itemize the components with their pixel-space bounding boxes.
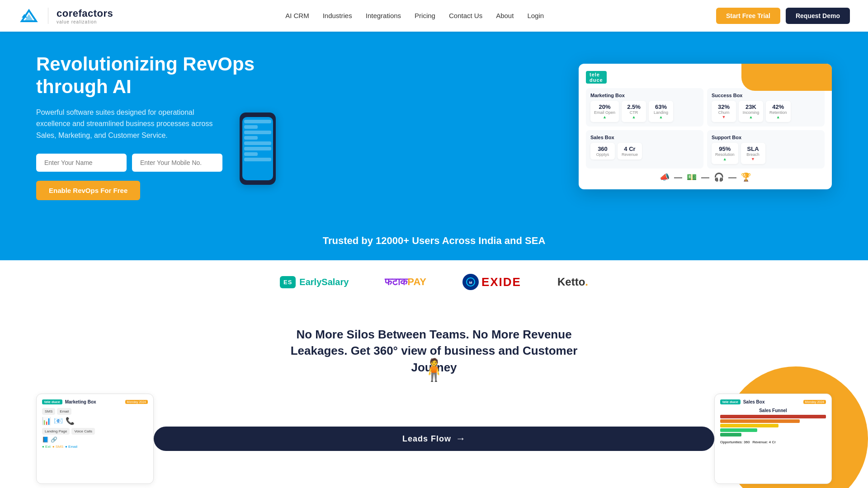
funnel-bar-5 xyxy=(720,433,741,436)
mini-date-badge: Monday 2024 xyxy=(125,400,148,404)
early-salary-text: EarlySalary xyxy=(299,277,349,287)
early-salary-logo: ES EarlySalary xyxy=(280,276,349,288)
hero-dashboard: teleduce Integrated CRM Marketing Box 20… xyxy=(579,64,832,189)
name-input[interactable] xyxy=(36,154,127,172)
nav-item-industries[interactable]: Industries xyxy=(323,12,352,20)
metric-value-incoming: 23K xyxy=(742,103,760,110)
silos-mid: 🧍 Leads Flow → xyxy=(154,394,714,484)
hero-content: Revolutionizing RevOps through AI Powerf… xyxy=(36,53,271,201)
mini-row-chips: SMS Email xyxy=(42,408,148,415)
marketing-box-title: Marketing Box xyxy=(590,93,699,98)
ketto-logo: Ketto. xyxy=(557,276,588,288)
nav-link-aicrm[interactable]: AI CRM xyxy=(285,12,309,19)
logo-text: corefactors value realization xyxy=(57,8,113,24)
sales-box: Sales Box 360 Opptys 4 Cr Revenue xyxy=(586,130,703,169)
phone-row-7 xyxy=(244,152,258,156)
metric-value-retention: 42% xyxy=(769,103,787,110)
mobile-input[interactable] xyxy=(132,154,222,172)
sales-box-title: Sales Box xyxy=(590,135,699,140)
metric-landing: 63% Landing ▲ xyxy=(649,101,673,122)
exide-circle: M xyxy=(462,274,479,290)
nav-menu: AI CRM Industries Integrations Pricing C… xyxy=(285,12,544,20)
phatak-pay-text: फटाकPAY xyxy=(385,276,426,288)
logos-section: ES EarlySalary फटाकPAY M EXIDE Ketto. xyxy=(0,260,868,304)
svg-text:M: M xyxy=(469,281,472,285)
nav-link-pricing[interactable]: Pricing xyxy=(415,12,435,19)
metric-value-ctr: 2.5% xyxy=(625,103,642,110)
start-free-trial-button[interactable]: Start Free Trial xyxy=(716,8,780,24)
chart-icon: 📊 xyxy=(42,417,51,425)
mini-marketing-title: Marketing Box xyxy=(65,399,96,404)
legend-dot-green: ● Ext xyxy=(42,445,51,449)
mini-row-social: 📘 🔗 xyxy=(42,436,148,443)
mini-legend: ● Ext ● SMS ● Email xyxy=(42,445,148,449)
phone-row-5 xyxy=(244,141,271,145)
navbar: corefactors value realization AI CRM Ind… xyxy=(0,0,868,32)
funnel-bar-2 xyxy=(720,419,800,423)
nav-link-industries[interactable]: Industries xyxy=(323,12,352,19)
trophy-icon: 🏆 xyxy=(741,172,751,182)
enable-revops-button[interactable]: Enable RevOps For Free xyxy=(36,181,140,200)
dollar-icon: 💵 xyxy=(687,172,697,182)
nav-item-aicrm[interactable]: AI CRM xyxy=(285,12,309,20)
facebook-icon: 📘 xyxy=(42,436,49,443)
corefactors-logo-icon xyxy=(18,5,40,27)
logo[interactable]: corefactors value realization xyxy=(18,5,113,27)
nav-link-contact[interactable]: Contact Us xyxy=(449,12,482,19)
support-box-title: Support Box xyxy=(712,135,820,140)
request-demo-button[interactable]: Request Demo xyxy=(786,8,850,24)
phone-icon: 📞 xyxy=(66,417,75,425)
metric-churn: 32% Churn ▼ xyxy=(712,101,736,122)
leads-flow-bar: Leads Flow → xyxy=(154,427,714,451)
success-box-title: Success Box xyxy=(712,93,820,98)
logo-divider xyxy=(48,8,48,24)
metric-incoming: 23K Incoming ▲ xyxy=(739,101,763,122)
nav-link-about[interactable]: About xyxy=(496,12,514,19)
nav-link-login[interactable]: Login xyxy=(527,12,544,19)
megaphone-icon: 📣 xyxy=(660,172,670,182)
phone-row-2 xyxy=(244,125,258,129)
funnel-bar-row xyxy=(720,415,826,436)
dashboard-grid: Marketing Box 20% Email Open ▲ 2.5% CTR … xyxy=(586,88,825,169)
nav-item-about[interactable]: About xyxy=(496,12,514,20)
ketto-dot: . xyxy=(585,276,588,288)
metric-value-landing: 63% xyxy=(652,103,670,110)
metric-ctr: 2.5% CTR ▲ xyxy=(622,101,646,122)
sales-box-screenshot: tele duce Sales Box Monday 2024 Sales Fu… xyxy=(714,394,832,484)
nav-link-integrations[interactable]: Integrations xyxy=(366,12,401,19)
nav-item-integrations[interactable]: Integrations xyxy=(366,12,401,20)
hero-form xyxy=(36,154,271,172)
success-box: Success Box 32% Churn ▼ 23K Incoming ▲ xyxy=(707,88,825,127)
support-metrics: 95% Resolution ▲ SLA Breach ▼ xyxy=(712,143,820,164)
metric-value-churn: 32% xyxy=(715,103,732,110)
phone-row-4 xyxy=(244,136,258,140)
leads-flow-text: Leads Flow xyxy=(402,434,451,444)
logo-name: corefactors xyxy=(57,8,113,19)
dash-separator-3: — xyxy=(728,173,736,182)
navbar-actions: Start Free Trial Request Demo xyxy=(716,8,850,24)
mini-logo-tag: tele duce xyxy=(42,399,62,404)
silos-visual: tele duce Marketing Box Monday 2024 SMS … xyxy=(36,394,832,484)
dashboard-icons: 📣 — 💵 — 🎧 — 🏆 xyxy=(586,172,825,182)
trusted-section: Trusted by 12000+ Users Across India and… xyxy=(0,221,868,260)
phone-screen xyxy=(242,117,273,180)
mini-date-badge-sales: Monday 2024 xyxy=(803,400,826,404)
phone-row-1 xyxy=(244,120,271,123)
marketing-box: Marketing Box 20% Email Open ▲ 2.5% CTR … xyxy=(586,88,703,127)
dash-separator-2: — xyxy=(701,173,709,182)
metric-opportunities: 360 Opptys xyxy=(590,143,615,160)
silos-section: No More Silos Between Teams. No More Rev… xyxy=(0,304,868,488)
yellow-accent xyxy=(741,64,832,91)
hero-title-line1: Revolutionizing RevOps xyxy=(36,53,255,75)
funnel-bar-3 xyxy=(720,424,778,427)
exide-text: EXIDE xyxy=(481,275,521,289)
nav-item-pricing[interactable]: Pricing xyxy=(415,12,435,20)
mini-logo-tag-sales: tele duce xyxy=(720,399,741,404)
nav-item-login[interactable]: Login xyxy=(527,12,544,20)
hero-section: Revolutionizing RevOps through AI Powerf… xyxy=(0,32,868,221)
mini-sales-title: Sales Box xyxy=(743,399,765,404)
metric-sla: SLA Breach ▼ xyxy=(741,143,765,164)
nav-item-contact[interactable]: Contact Us xyxy=(449,12,482,20)
exide-circle-icon: M xyxy=(466,277,476,287)
metric-email-open: 20% Email Open ▲ xyxy=(590,101,619,122)
